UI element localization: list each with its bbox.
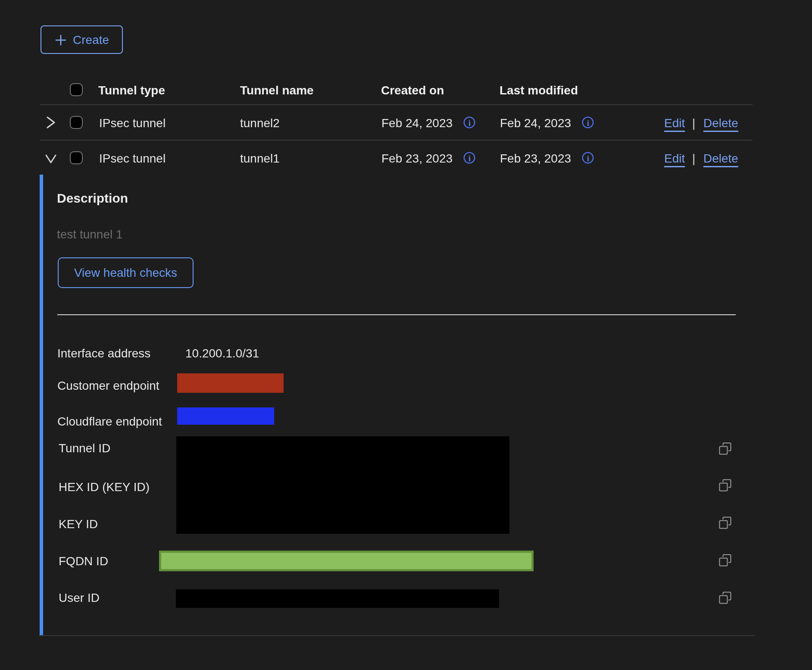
svg-text:i: i (468, 154, 471, 163)
svg-text:i: i (587, 119, 589, 128)
svg-text:i: i (468, 119, 471, 128)
svg-text:i: i (587, 154, 589, 163)
